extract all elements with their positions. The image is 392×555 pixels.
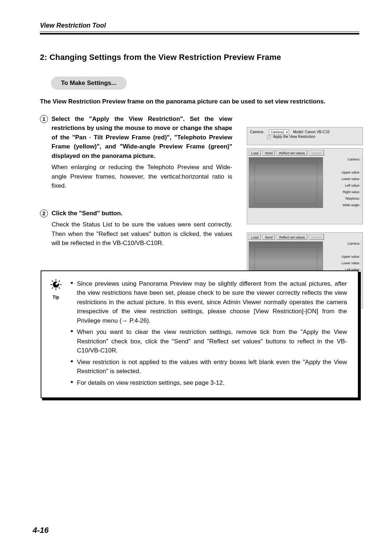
tip-box: Tip Since previews using Panorama Previe… [40,270,359,399]
camera-label: Camera: [250,130,264,134]
cancel-button[interactable]: Cancel [309,150,324,156]
tip-item: View restriction is not applied to the v… [70,358,347,376]
label-lower: Lower value: [325,177,361,183]
label-upper: Upper value: [325,254,361,261]
send-button[interactable]: Send [262,234,275,240]
step-2: 2 Click the "Send" button. Check the Sta… [40,209,232,248]
svg-line-7 [52,287,53,288]
tip-item: For details on view restriction settings… [70,378,347,388]
step-1: 1 Select the "Apply the View Restriction… [40,114,232,191]
apply-restriction-checkbox[interactable]: ✓ [267,135,271,139]
step-number-1: 1 [40,115,48,123]
tip-label: Tip [49,294,63,301]
label-camera: Camera: [325,157,361,164]
label-telephoto: Telephoto: [325,196,361,203]
model-label: Model: [293,130,304,134]
step-1-body: When enlarging or reducing the Telephoto… [52,163,232,191]
reflect-button[interactable]: Reflect set values [277,150,307,156]
running-header: View Restriction Tool [40,22,359,29]
camera-select-panel: Camera: Camera1 Model: Canon VB-C10 ✓ Ap… [247,127,363,145]
model-value: Canon VB-C10 [305,130,329,134]
label-right: Right value: [325,190,361,196]
load-button[interactable]: Load [249,150,261,156]
label-upper: Upper value: [325,170,361,177]
svg-line-5 [52,280,53,281]
tip-icon: Tip [49,278,63,301]
page: View Restriction Tool 2: Changing Settin… [0,0,392,555]
tip-item: Since previews using Panorama Preview ma… [70,279,347,326]
label-camera: Camera: [325,241,361,248]
rule-thick [40,33,359,34]
intro-paragraph: The View Restriction Preview frame on th… [40,97,359,106]
label-left: Left value: [325,183,361,190]
label-wideangle: Wide-angle: [325,203,361,209]
section-title: 2: Changing Settings from the View Restr… [40,53,359,62]
step-2-body: Check the Status List to be sure the val… [52,220,232,248]
subheading-pill: To Make Settings... [51,77,127,90]
svg-line-6 [59,287,60,288]
tip-item: When you want to clear the view restrict… [70,327,347,355]
step-number-2: 2 [40,209,48,217]
value-labels: Camera: Upper value: Lower value: Left v… [323,157,361,223]
tip-list: Since previews using Panorama Preview ma… [70,279,347,388]
rule-thin [40,32,359,32]
send-button[interactable]: Send [262,150,275,156]
camera-dropdown[interactable]: Camera1 [269,130,289,135]
panorama-preview[interactable] [249,157,323,208]
svg-line-8 [59,280,60,281]
preview-panel-1: Load Send Reflect set values Cancel Came… [247,148,363,224]
reflect-button[interactable]: Reflect set values [277,234,307,240]
step-2-heading: Click the "Send" button. [52,209,123,218]
cancel-button[interactable]: Cancel [309,234,324,240]
figure-1: Camera: Camera1 Model: Canon VB-C10 ✓ Ap… [247,127,363,224]
label-lower: Lower value: [325,261,361,268]
load-button[interactable]: Load [249,234,261,240]
step-1-heading: Select the "Apply the View Restriction".… [52,114,232,161]
apply-restriction-label: Apply the View Restriction [273,135,315,139]
page-number: 4-16 [33,526,49,535]
